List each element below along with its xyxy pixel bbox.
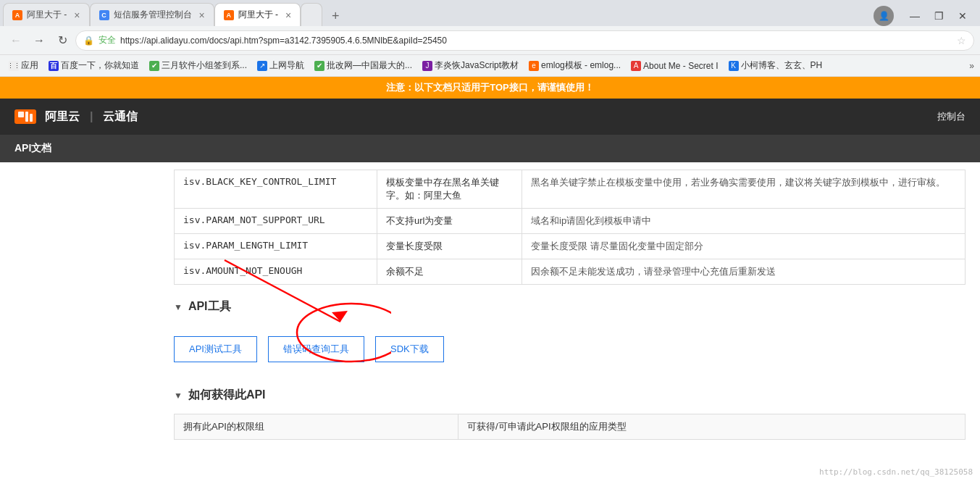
bookmark-baidu[interactable]: 百 百度一下，你就知道 [46, 58, 142, 73]
bookmark-xiaoke-label: 小柯博客、玄玄、PH [741, 59, 823, 72]
section-collapse-icon[interactable]: ▼ [174, 302, 183, 312]
window-controls: — ❐ ✕ [900, 7, 977, 25]
error-code-cell: isv.PARAM_LENGTH_LIMIT [175, 234, 377, 259]
watermark-text: http://blog.csdn.net/qq_38125058 [819, 467, 973, 477]
bookmark-nav[interactable]: ↗ 上网导航 [254, 58, 307, 73]
emlog-icon: e [529, 61, 539, 71]
table-row: isv.PARAM_LENGTH_LIMIT 变量长度受限 变量长度受限 请尽量… [175, 234, 966, 259]
url-bar[interactable]: 🔒 安全 https://api.alidayu.com/docs/api.ht… [75, 30, 974, 51]
error-solution-cell: 域名和ip请固化到模板申请中 [522, 209, 966, 234]
error-solution-cell: 因余额不足未能发送成功，请登录管理中心充值后重新发送 [522, 259, 966, 285]
tab-2[interactable]: C 短信服务管理控制台 × [90, 3, 214, 26]
how-to-get-table: 拥有此API的权限组 可获得/可申请此API权限组的应用类型 [174, 414, 966, 440]
warning-bar: 注意：以下文档只适用于TOP接口，请谨慎使用！ [0, 77, 980, 99]
tab-1[interactable]: A 阿里大于 - × [3, 3, 90, 26]
error-solution: 因余额不足未能发送成功，请登录管理中心充值后重新发送 [531, 266, 776, 277]
error-desc: 变量长度受限 [386, 241, 443, 251]
forward-button[interactable]: → [29, 30, 49, 51]
error-solution-cell: 变量长度受限 请尽量固化变量中固定部分 [522, 234, 966, 259]
error-table-container: isv.BLACK_KEY_CONTROL_LIMIT 模板变量中存在黑名单关键… [174, 170, 966, 285]
secure-label: 安全 [99, 34, 116, 46]
how-to-get-header: ▼ 如何获得此API [174, 388, 966, 403]
url-text: https://api.alidayu.com/docs/api.htm?spm… [120, 36, 952, 46]
console-link[interactable]: 控制台 [937, 110, 966, 123]
bookmark-sanyue[interactable]: ✔ 三月软件小组签到系... [146, 58, 250, 73]
bookmarks-bar: ⋮⋮ 应用 百 百度一下，你就知道 ✔ 三月软件小组签到系... ↗ 上网导航 … [0, 55, 980, 77]
bookmark-emlog[interactable]: e emlog模板 - emlog... [526, 58, 624, 73]
minimize-button[interactable]: — [905, 7, 924, 25]
tab-3-close[interactable]: × [285, 9, 291, 21]
restore-button[interactable]: ❐ [930, 7, 948, 25]
how-to-get-collapse-icon[interactable]: ▼ [174, 391, 183, 401]
tab-1-close[interactable]: × [74, 9, 80, 21]
bookmark-aboutme-label: About Me - Secret I [643, 61, 718, 71]
api-test-button[interactable]: API测试工具 [174, 336, 257, 362]
permission-group-label: 拥有此API的权限组 [183, 421, 264, 432]
bookmark-aboutme[interactable]: A About Me - Secret I [628, 59, 721, 72]
logo-text: 阿里云 [45, 109, 80, 125]
tab-3-favicon: A [224, 10, 234, 20]
error-desc-cell: 不支持url为变量 [377, 209, 522, 234]
content-area: isv.BLACK_KEY_CONTROL_LIMIT 模板变量中存在黑名单关键… [0, 162, 980, 484]
error-desc-cell: 模板变量中存在黑名单关键字。如：阿里大鱼 [377, 170, 522, 209]
bookmark-baidu-label: 百度一下，你就知道 [61, 59, 139, 72]
tab-3[interactable]: A 阿里大于 - × [214, 3, 301, 26]
error-desc-cell: 变量长度受限 [377, 234, 522, 259]
error-code: isv.AMOUNT_NOT_ENOUGH [183, 265, 302, 276]
tab-1-favicon: A [12, 10, 22, 20]
profile-icon[interactable]: 👤 [874, 6, 894, 26]
tool-buttons-area: API测试工具 错误码查询工具 SDK下载 [174, 325, 444, 373]
svg-rect-0 [18, 112, 24, 117]
xiaoke-icon: K [729, 61, 739, 71]
bookmark-liyan-label: 李炎恢JavaScript教材 [435, 59, 519, 72]
bookmark-nav-label: 上网导航 [269, 59, 304, 72]
site-logo[interactable]: 阿里云 | 云通信 [14, 109, 138, 125]
new-tab-button[interactable]: + [325, 6, 345, 26]
logo-divider: | [90, 110, 93, 123]
bookmark-xiaoke[interactable]: K 小柯博客、玄玄、PH [726, 58, 826, 73]
error-query-button[interactable]: 错误码查询工具 [268, 336, 364, 362]
aboutme-icon: A [631, 61, 641, 71]
bookmark-pigai[interactable]: ✔ 批改网—中国最大的... [311, 58, 415, 73]
warning-text: 注意：以下文档只适用于TOP接口，请谨慎使用！ [386, 82, 594, 93]
how-to-get-section: ▼ 如何获得此API 拥有此API的权限组 可获得/可申请此API权限组的应用类… [174, 388, 966, 440]
sdk-download-button[interactable]: SDK下载 [375, 336, 444, 362]
bookmark-apps[interactable]: ⋮⋮ 应用 [6, 58, 41, 73]
bookmark-apps-label: 应用 [21, 59, 38, 72]
watermark: http://blog.csdn.net/qq_38125058 [819, 467, 973, 477]
tab-3-label: 阿里大于 - [238, 9, 278, 21]
error-code-cell: isv.BLACK_KEY_CONTROL_LIMIT [175, 170, 377, 209]
error-solution-cell: 黑名单关键字禁止在模板变量中使用，若业务确实需要使用，建议将关键字放到模板中，进… [522, 170, 966, 209]
tab-4[interactable] [301, 3, 322, 26]
error-table: isv.BLACK_KEY_CONTROL_LIMIT 模板变量中存在黑名单关键… [174, 170, 966, 285]
bookmark-pigai-label: 批改网—中国最大的... [327, 59, 412, 72]
tab-2-close[interactable]: × [199, 9, 205, 21]
tab-1-label: 阿里大于 - [27, 9, 67, 21]
table-row: isv.BLACK_KEY_CONTROL_LIMIT 模板变量中存在黑名单关键… [175, 170, 966, 209]
table-row: isv.AMOUNT_NOT_ENOUGH 余额不足 因余额不足未能发送成功，请… [175, 259, 966, 285]
tab-bar-right: 👤 — ❐ ✕ [874, 6, 977, 26]
logo-icon [14, 109, 36, 124]
error-code: isv.PARAM_NOT_SUPPORT_URL [183, 214, 325, 225]
error-query-label: 错误码查询工具 [283, 343, 349, 354]
baidu-icon: 百 [49, 61, 59, 71]
error-solution: 域名和ip请固化到模板申请中 [531, 215, 651, 226]
api-tools-header: ▼ API工具 [174, 299, 966, 314]
bookmark-liyan[interactable]: J 李炎恢JavaScript教材 [419, 58, 522, 73]
error-code: isv.BLACK_KEY_CONTROL_LIMIT [183, 176, 336, 187]
tab-2-label: 短信服务管理控制台 [114, 9, 192, 21]
liyan-icon: J [422, 61, 432, 71]
tab-bar: A 阿里大于 - × C 短信服务管理控制台 × A 阿里大于 - × + 👤 … [0, 0, 980, 26]
table-row: 拥有此API的权限组 可获得/可申请此API权限组的应用类型 [175, 414, 966, 440]
refresh-button[interactable]: ↻ [52, 30, 72, 51]
bookmarks-more-button[interactable]: » [969, 61, 974, 71]
close-button[interactable]: ✕ [954, 7, 971, 25]
back-button[interactable]: ← [6, 30, 26, 51]
bookmark-star-icon[interactable]: ☆ [957, 35, 966, 46]
tab-2-favicon: C [99, 10, 109, 20]
app-type-col: 可获得/可申请此API权限组的应用类型 [458, 414, 966, 440]
sanyue-icon: ✔ [149, 61, 159, 71]
how-to-get-title: 如何获得此API [188, 388, 266, 403]
bookmark-emlog-label: emlog模板 - emlog... [541, 59, 621, 72]
page-title-bar: API文档 [0, 135, 980, 162]
